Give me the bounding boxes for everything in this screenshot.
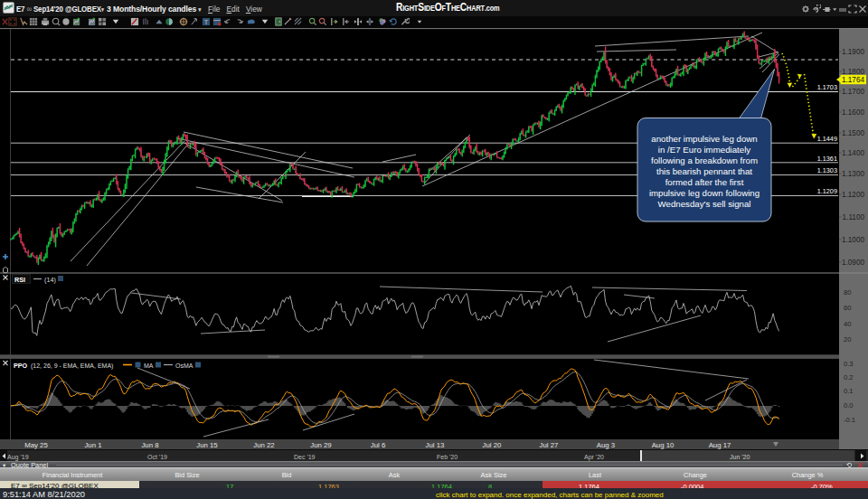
svg-text:May 25: May 25 [24,441,48,449]
svg-text:1.1800: 1.1800 [842,68,864,76]
svg-text:in /E7 Euro immediately: in /E7 Euro immediately [658,145,750,155]
svg-text:1.1000: 1.1000 [842,236,864,244]
svg-text:80: 80 [844,288,851,297]
svg-text:1.0900: 1.0900 [842,259,864,267]
svg-text:Jun 1: Jun 1 [84,441,101,449]
svg-text:20: 20 [844,335,851,344]
svg-text:Jul 20: Jul 20 [483,441,502,449]
svg-text:Jul 13: Jul 13 [426,441,445,449]
svg-text:60: 60 [844,304,851,312]
svg-text:MA: MA [144,362,154,369]
svg-text:Jul 27: Jul 27 [540,441,559,449]
svg-text:Wednesday's sell signal: Wednesday's sell signal [658,199,751,209]
svg-text:(14): (14) [44,276,56,284]
svg-text:0.0: 0.0 [844,401,854,410]
svg-text:1.1449: 1.1449 [817,135,837,143]
svg-text:1.1209: 1.1209 [817,187,837,195]
svg-text:Jul 6: Jul 6 [371,441,385,449]
svg-text:-0.1: -0.1 [844,416,855,424]
svg-text:1.1303: 1.1303 [817,166,837,174]
svg-text:0.2: 0.2 [844,373,854,381]
svg-text:1.1700: 1.1700 [842,88,864,96]
svg-text:RSI: RSI [14,276,25,284]
svg-text:1.1703: 1.1703 [817,83,837,91]
svg-text:another impulsive leg down: another impulsive leg down [651,134,757,144]
svg-text:1.1200: 1.1200 [842,191,864,199]
svg-text:1.1500: 1.1500 [842,129,864,137]
svg-text:1.1764: 1.1764 [842,76,864,84]
svg-text:PPO: PPO [14,362,28,370]
svg-text:(12, 26, 9 - EMA, EMA, EMA): (12, 26, 9 - EMA, EMA, EMA) [31,362,113,370]
svg-text:Jun 22: Jun 22 [253,441,274,449]
svg-text:0.1: 0.1 [844,387,854,395]
svg-text:Jun 15: Jun 15 [196,441,218,449]
svg-text:40: 40 [844,320,851,328]
svg-text:Jun 8: Jun 8 [141,441,158,449]
svg-text:1.1900: 1.1900 [842,48,864,56]
svg-text:1.1300: 1.1300 [842,170,864,178]
svg-text:T: T [204,18,209,26]
svg-text:Aug 10: Aug 10 [652,441,675,449]
svg-text:OsMA: OsMA [175,362,193,369]
svg-text:Jun 29: Jun 29 [310,441,331,449]
svg-text:impulsive leg down following: impulsive leg down following [649,188,760,198]
svg-text:this bearish pennant that: this bearish pennant that [656,166,752,176]
svg-text:1.1600: 1.1600 [842,108,864,117]
svg-text:Aug 17: Aug 17 [709,441,731,449]
svg-text:0.3: 0.3 [844,360,854,368]
svg-text:1.1400: 1.1400 [842,149,864,157]
svg-text:following a breakdown from: following a breakdown from [651,155,758,165]
svg-text:Aug 3: Aug 3 [597,441,615,449]
svg-text:1.1100: 1.1100 [843,213,865,221]
svg-text:formed after the first: formed after the first [665,177,744,187]
svg-text:1.1361: 1.1361 [817,155,837,163]
